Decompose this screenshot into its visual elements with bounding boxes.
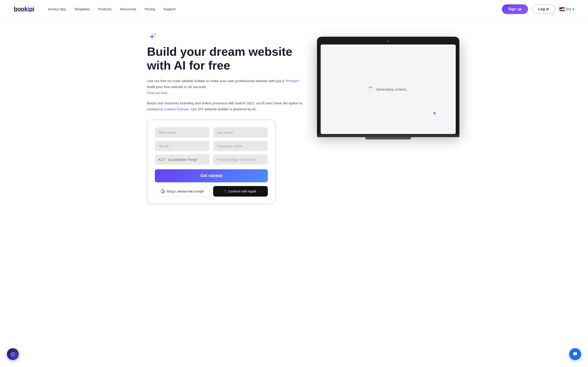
industry-input[interactable] [213,154,268,165]
laptop-body: Generating content... [317,37,459,134]
laptop-mockup: Generating content... [317,37,459,140]
google-btn-label: Вход с аккаунтом Google [167,190,204,193]
sparkle-icon [147,32,158,43]
apple-icon:  [225,189,226,193]
apple-signin-button[interactable]:  Continue with Apple [213,186,268,197]
flag-icon [559,7,565,11]
svg-point-1 [155,33,156,34]
last-name-input[interactable] [213,127,268,138]
nav-templates[interactable]: Templates [74,7,90,11]
nav-resources[interactable]: Resources [120,7,137,11]
company-input[interactable] [213,141,268,151]
form-row-currency-industry [155,154,268,165]
hero-title-line1: Build your dream website [147,45,292,58]
nav-invoice-app[interactable]: Invoice App [48,7,66,11]
generating-text: Generating content... [376,87,408,91]
chat-button[interactable] [569,348,581,360]
hero-subtitle2: Boost your business branding and online … [147,100,303,112]
prompt-link[interactable]: Prompt [287,79,298,83]
nav-support[interactable]: Support [164,7,176,11]
nav-pricing[interactable]: Pricing [145,7,155,11]
email-input[interactable] [155,141,209,151]
laptop-stand [365,137,411,140]
nav-actions: Sign up Log in EN ▾ [502,4,574,14]
form-social-row: Вход с аккаунтом Google  Continue with … [155,186,268,197]
nav-products[interactable]: Products [98,7,112,11]
custom-domain-link[interactable]: Custom Domain [164,107,189,111]
cursor-icon [434,111,437,116]
hero-left: Build your dream website with AI for fre… [147,32,303,204]
first-name-input[interactable] [155,127,209,138]
logo[interactable]: bookipi [14,6,48,13]
hero-title: Build your dream website with AI for fre… [147,45,303,73]
hero-subtitle: Use our free no-code website builder to … [147,78,303,96]
hero-right: Generating content... [317,32,459,140]
signup-button[interactable]: Sign up [502,4,528,14]
laptop-screen: Generating content... [321,44,456,134]
chat-icon [572,351,578,357]
nav-links: Invoice App Templates Products Resources… [48,7,502,11]
form-row-name [155,127,268,138]
navbar: bookipi Invoice App Templates Products R… [0,0,588,18]
signup-form-card: Get started Вход с аккаунтом Google  Co… [147,119,276,204]
hero-subtitle2-post: . Our DIY website builder is powered by … [189,107,257,111]
google-icon [161,189,165,193]
language-selector[interactable]: EN ▾ [559,7,574,11]
hero-title-line2: with AI for free [147,59,230,72]
google-signin-button[interactable]: Вход с аккаунтом Google [155,186,210,197]
hero-section: Build your dream website with AI for fre… [133,18,455,223]
chevron-down-icon: ▾ [572,7,574,11]
login-button[interactable]: Log in [532,4,556,14]
promo-icon [10,351,16,357]
laptop-camera [387,40,389,42]
lang-label: EN [566,7,571,11]
apple-btn-label: Continue with Apple [228,190,256,193]
form-row-email [155,141,268,151]
find-out-link[interactable]: Find out how [147,91,167,95]
promo-button[interactable] [7,348,19,360]
currency-input[interactable] [155,154,209,165]
laptop-base [317,134,459,137]
svg-point-0 [154,34,156,35]
loading-spinner [368,87,373,92]
get-started-button[interactable]: Get started [155,169,268,182]
